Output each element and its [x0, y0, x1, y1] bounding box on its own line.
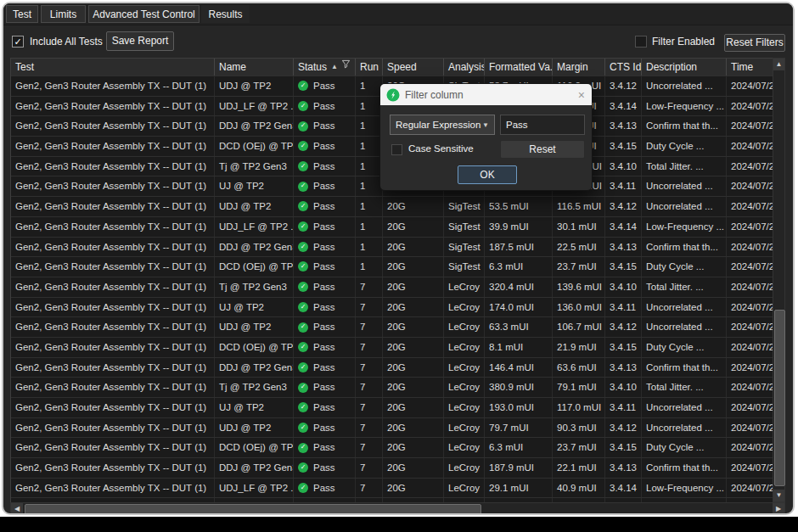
status-text: Pass: [313, 76, 335, 96]
scroll-right-icon[interactable]: ▶: [773, 503, 784, 514]
status-text: Pass: [313, 277, 335, 297]
cell-cts-id: 3.4.11: [605, 176, 642, 196]
vertical-scrollbar[interactable]: ▲ ▼: [773, 58, 785, 502]
tab-results[interactable]: Results: [201, 5, 250, 23]
filter-pattern-input[interactable]: Pass: [500, 115, 585, 135]
horizontal-scrollbar-thumb[interactable]: [25, 504, 481, 515]
cell-test: Gen2, Gen3 Router Assembly TX -- DUT (1): [11, 317, 215, 337]
table-row[interactable]: Gen2, Gen3 Router Assembly TX -- DUT (1)…: [11, 437, 773, 457]
cell-name: DDJ @ TP2 Gen3: [215, 116, 294, 136]
pass-icon: ✓: [298, 402, 308, 412]
case-sensitive-checkbox[interactable]: [391, 144, 402, 155]
column-header-margin[interactable]: Margin: [553, 59, 605, 76]
cell-name: DCD (OEj) @ TP2: [215, 257, 294, 277]
tab-test[interactable]: Test: [6, 5, 38, 23]
cell-margin: 117.0 mUI: [553, 398, 605, 417]
column-header-formatted-value[interactable]: Formatted Va...: [485, 59, 553, 76]
status-text: Pass: [313, 398, 335, 417]
table-row[interactable]: Gen2, Gen3 Router Assembly TX -- DUT (1)…: [11, 377, 773, 397]
status-text: Pass: [313, 238, 335, 257]
column-header-cts-id[interactable]: CTS Id: [605, 59, 642, 76]
pass-icon: ✓: [298, 101, 308, 111]
column-header-speed[interactable]: Speed: [383, 59, 444, 76]
cell-cts-id: 3.4.12: [605, 317, 642, 337]
close-icon[interactable]: ×: [578, 89, 585, 101]
cell-time: 2024/07/21: [727, 197, 773, 216]
pass-icon: ✓: [298, 302, 308, 312]
cell-analysis: LeCroy: [444, 438, 485, 457]
cell-description: Duty Cycle ...: [642, 438, 727, 457]
cell-description: Low-Frequency ...: [642, 479, 727, 498]
cell-analysis: SigTest: [444, 197, 485, 216]
sort-asc-icon[interactable]: ▲: [331, 59, 338, 76]
cell-analysis: LeCroy: [444, 479, 485, 498]
dialog-ok-button[interactable]: OK: [458, 165, 517, 184]
table-row[interactable]: Gen2, Gen3 Router Assembly TX -- DUT (1)…: [11, 277, 773, 297]
table-row[interactable]: Gen2, Gen3 Router Assembly TX -- DUT (1)…: [11, 316, 773, 337]
cell-name: DCD (OEj) @ TP2: [215, 438, 294, 457]
table-row[interactable]: Gen2, Gen3 Router Assembly TX -- DUT (1)…: [11, 196, 773, 216]
cell-name: UJ @ TP2: [215, 398, 294, 417]
status-text: Pass: [313, 317, 335, 337]
status-text: Pass: [313, 418, 335, 438]
column-header-run[interactable]: Run: [356, 59, 383, 76]
cell-cts-id: 3.4.15: [605, 137, 642, 156]
filter-mode-select[interactable]: Regular Expression ▼: [390, 115, 495, 135]
filter-funnel-icon[interactable]: [341, 59, 351, 76]
cell-status: ✓ Pass: [294, 97, 356, 116]
app-window: Test Limits Advanced Test Control Result…: [2, 2, 795, 515]
cell-name: UJ @ TP2: [215, 298, 294, 317]
cell-time: 2024/07/21: [727, 458, 773, 478]
column-header-description[interactable]: Description: [642, 59, 727, 76]
scroll-up-icon[interactable]: ▲: [773, 59, 784, 70]
scroll-left-icon[interactable]: ◀: [11, 503, 23, 514]
table-row[interactable]: Gen2, Gen3 Router Assembly TX -- DUT (1)…: [11, 256, 773, 277]
cell-description: Confirm that th...: [642, 358, 727, 378]
cell-test: Gen2, Gen3 Router Assembly TX -- DUT (1): [11, 76, 215, 96]
filter-enabled-checkbox[interactable]: [635, 36, 647, 48]
save-report-button[interactable]: Save Report: [106, 31, 174, 51]
include-all-tests-label: Include All Tests: [30, 36, 103, 48]
pass-icon: ✓: [298, 483, 308, 493]
cell-time: 2024/07/21: [727, 378, 773, 397]
column-header-time[interactable]: Time: [727, 59, 773, 76]
cell-description: Duty Cycle ...: [642, 338, 727, 357]
cell-cts-id: 3.4.14: [605, 97, 642, 116]
include-all-tests-checkbox[interactable]: ✓: [12, 36, 24, 48]
cell-formatted-value: 174.0 mUI: [485, 298, 553, 317]
cell-description: Low-Frequency ...: [642, 97, 727, 116]
cell-test: Gen2, Gen3 Router Assembly TX -- DUT (1): [11, 157, 215, 176]
cell-test: Gen2, Gen3 Router Assembly TX -- DUT (1): [11, 137, 215, 156]
column-header-test[interactable]: Test: [11, 59, 215, 76]
horizontal-scrollbar[interactable]: ◀ ▶: [10, 502, 785, 515]
dialog-reset-button[interactable]: Reset: [500, 140, 585, 159]
table-row[interactable]: Gen2, Gen3 Router Assembly TX -- DUT (1)…: [11, 297, 773, 317]
cell-speed: 20G: [383, 479, 444, 498]
table-row[interactable]: Gen2, Gen3 Router Assembly TX -- DUT (1)…: [11, 337, 773, 357]
table-row[interactable]: Gen2, Gen3 Router Assembly TX -- DUT (1)…: [11, 216, 773, 237]
pass-icon: ✓: [298, 362, 308, 372]
vertical-scrollbar-thumb[interactable]: [774, 310, 785, 486]
cell-cts-id: 3.4.12: [605, 197, 642, 216]
dialog-titlebar[interactable]: Filter column ×: [380, 84, 592, 105]
cell-status: ✓ Pass: [294, 378, 356, 397]
table-row[interactable]: Gen2, Gen3 Router Assembly TX -- DUT (1)…: [11, 397, 773, 417]
table-row[interactable]: Gen2, Gen3 Router Assembly TX -- DUT (1)…: [11, 357, 773, 378]
column-header-analysis[interactable]: Analysis ...: [444, 59, 485, 76]
table-row[interactable]: Gen2, Gen3 Router Assembly TX -- DUT (1)…: [11, 478, 773, 498]
cell-cts-id: 3.4.13: [605, 116, 642, 136]
tab-advanced-test-control[interactable]: Advanced Test Control: [88, 5, 200, 23]
table-row[interactable]: Gen2, Gen3 Router Assembly TX -- DUT (1)…: [11, 457, 773, 478]
cell-status: ✓ Pass: [294, 418, 356, 438]
column-header-status[interactable]: Status ▲: [294, 59, 356, 76]
table-row[interactable]: Gen2, Gen3 Router Assembly TX -- DUT (1)…: [11, 417, 773, 438]
table-row[interactable]: Gen2, Gen3 Router Assembly TX -- DUT (1)…: [11, 237, 773, 257]
cell-analysis: LeCroy: [444, 338, 485, 357]
reset-filters-button[interactable]: Reset Filters: [724, 34, 785, 52]
tab-limits[interactable]: Limits: [41, 5, 86, 23]
cell-time: 2024/07/21: [727, 97, 773, 116]
cell-cts-id: 3.4.14: [605, 479, 642, 498]
column-header-name[interactable]: Name: [215, 59, 294, 76]
cell-name: UDJ @ TP2: [215, 76, 294, 96]
scroll-down-icon[interactable]: ▼: [773, 490, 784, 501]
